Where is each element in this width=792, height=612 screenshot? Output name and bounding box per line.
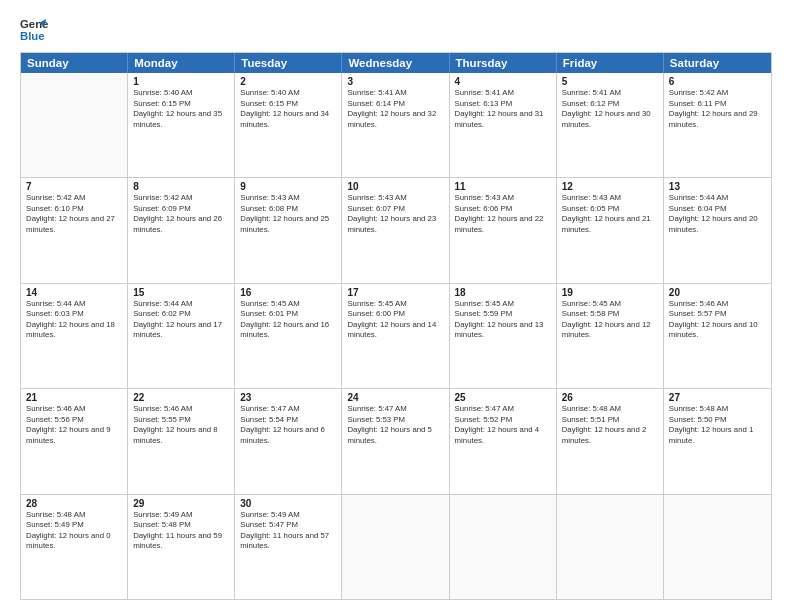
- day-cell-13: 13Sunrise: 5:44 AM Sunset: 6:04 PM Dayli…: [664, 178, 771, 282]
- day-info: Sunrise: 5:48 AM Sunset: 5:51 PM Dayligh…: [562, 404, 658, 446]
- day-info: Sunrise: 5:46 AM Sunset: 5:57 PM Dayligh…: [669, 299, 766, 341]
- day-cell-16: 16Sunrise: 5:45 AM Sunset: 6:01 PM Dayli…: [235, 284, 342, 388]
- day-number: 16: [240, 287, 336, 298]
- day-number: 30: [240, 498, 336, 509]
- day-cell-17: 17Sunrise: 5:45 AM Sunset: 6:00 PM Dayli…: [342, 284, 449, 388]
- day-info: Sunrise: 5:41 AM Sunset: 6:13 PM Dayligh…: [455, 88, 551, 130]
- day-number: 28: [26, 498, 122, 509]
- day-cell-26: 26Sunrise: 5:48 AM Sunset: 5:51 PM Dayli…: [557, 389, 664, 493]
- weekday-header-monday: Monday: [128, 53, 235, 73]
- day-number: 10: [347, 181, 443, 192]
- calendar: SundayMondayTuesdayWednesdayThursdayFrid…: [20, 52, 772, 600]
- weekday-header-saturday: Saturday: [664, 53, 771, 73]
- day-number: 24: [347, 392, 443, 403]
- day-cell-10: 10Sunrise: 5:43 AM Sunset: 6:07 PM Dayli…: [342, 178, 449, 282]
- day-number: 6: [669, 76, 766, 87]
- day-info: Sunrise: 5:47 AM Sunset: 5:52 PM Dayligh…: [455, 404, 551, 446]
- day-info: Sunrise: 5:43 AM Sunset: 6:08 PM Dayligh…: [240, 193, 336, 235]
- day-info: Sunrise: 5:45 AM Sunset: 6:00 PM Dayligh…: [347, 299, 443, 341]
- day-number: 18: [455, 287, 551, 298]
- header: General Blue: [20, 16, 772, 44]
- day-info: Sunrise: 5:42 AM Sunset: 6:10 PM Dayligh…: [26, 193, 122, 235]
- calendar-row-3: 21Sunrise: 5:46 AM Sunset: 5:56 PM Dayli…: [21, 388, 771, 493]
- empty-cell: [557, 495, 664, 599]
- day-number: 3: [347, 76, 443, 87]
- day-info: Sunrise: 5:40 AM Sunset: 6:15 PM Dayligh…: [240, 88, 336, 130]
- day-cell-1: 1Sunrise: 5:40 AM Sunset: 6:15 PM Daylig…: [128, 73, 235, 177]
- day-info: Sunrise: 5:48 AM Sunset: 5:49 PM Dayligh…: [26, 510, 122, 552]
- day-info: Sunrise: 5:45 AM Sunset: 5:58 PM Dayligh…: [562, 299, 658, 341]
- day-cell-25: 25Sunrise: 5:47 AM Sunset: 5:52 PM Dayli…: [450, 389, 557, 493]
- day-number: 21: [26, 392, 122, 403]
- day-number: 12: [562, 181, 658, 192]
- day-info: Sunrise: 5:45 AM Sunset: 6:01 PM Dayligh…: [240, 299, 336, 341]
- day-info: Sunrise: 5:45 AM Sunset: 5:59 PM Dayligh…: [455, 299, 551, 341]
- day-number: 23: [240, 392, 336, 403]
- day-info: Sunrise: 5:47 AM Sunset: 5:53 PM Dayligh…: [347, 404, 443, 446]
- weekday-header-tuesday: Tuesday: [235, 53, 342, 73]
- day-number: 22: [133, 392, 229, 403]
- day-number: 14: [26, 287, 122, 298]
- empty-cell: [342, 495, 449, 599]
- svg-text:Blue: Blue: [20, 30, 45, 42]
- day-cell-15: 15Sunrise: 5:44 AM Sunset: 6:02 PM Dayli…: [128, 284, 235, 388]
- day-cell-14: 14Sunrise: 5:44 AM Sunset: 6:03 PM Dayli…: [21, 284, 128, 388]
- day-cell-9: 9Sunrise: 5:43 AM Sunset: 6:08 PM Daylig…: [235, 178, 342, 282]
- calendar-row-1: 7Sunrise: 5:42 AM Sunset: 6:10 PM Daylig…: [21, 177, 771, 282]
- day-number: 19: [562, 287, 658, 298]
- day-cell-20: 20Sunrise: 5:46 AM Sunset: 5:57 PM Dayli…: [664, 284, 771, 388]
- day-info: Sunrise: 5:42 AM Sunset: 6:11 PM Dayligh…: [669, 88, 766, 130]
- day-info: Sunrise: 5:47 AM Sunset: 5:54 PM Dayligh…: [240, 404, 336, 446]
- day-number: 5: [562, 76, 658, 87]
- day-cell-22: 22Sunrise: 5:46 AM Sunset: 5:55 PM Dayli…: [128, 389, 235, 493]
- day-number: 9: [240, 181, 336, 192]
- day-info: Sunrise: 5:43 AM Sunset: 6:06 PM Dayligh…: [455, 193, 551, 235]
- day-cell-2: 2Sunrise: 5:40 AM Sunset: 6:15 PM Daylig…: [235, 73, 342, 177]
- day-info: Sunrise: 5:42 AM Sunset: 6:09 PM Dayligh…: [133, 193, 229, 235]
- weekday-header-thursday: Thursday: [450, 53, 557, 73]
- day-info: Sunrise: 5:41 AM Sunset: 6:12 PM Dayligh…: [562, 88, 658, 130]
- day-cell-30: 30Sunrise: 5:49 AM Sunset: 5:47 PM Dayli…: [235, 495, 342, 599]
- day-info: Sunrise: 5:48 AM Sunset: 5:50 PM Dayligh…: [669, 404, 766, 446]
- logo-icon: General Blue: [20, 16, 48, 44]
- day-number: 7: [26, 181, 122, 192]
- day-cell-7: 7Sunrise: 5:42 AM Sunset: 6:10 PM Daylig…: [21, 178, 128, 282]
- weekday-header-sunday: Sunday: [21, 53, 128, 73]
- day-cell-6: 6Sunrise: 5:42 AM Sunset: 6:11 PM Daylig…: [664, 73, 771, 177]
- day-cell-4: 4Sunrise: 5:41 AM Sunset: 6:13 PM Daylig…: [450, 73, 557, 177]
- day-cell-18: 18Sunrise: 5:45 AM Sunset: 5:59 PM Dayli…: [450, 284, 557, 388]
- day-info: Sunrise: 5:40 AM Sunset: 6:15 PM Dayligh…: [133, 88, 229, 130]
- calendar-header: SundayMondayTuesdayWednesdayThursdayFrid…: [21, 53, 771, 73]
- day-number: 17: [347, 287, 443, 298]
- day-cell-28: 28Sunrise: 5:48 AM Sunset: 5:49 PM Dayli…: [21, 495, 128, 599]
- day-cell-8: 8Sunrise: 5:42 AM Sunset: 6:09 PM Daylig…: [128, 178, 235, 282]
- empty-cell: [664, 495, 771, 599]
- day-cell-24: 24Sunrise: 5:47 AM Sunset: 5:53 PM Dayli…: [342, 389, 449, 493]
- calendar-row-4: 28Sunrise: 5:48 AM Sunset: 5:49 PM Dayli…: [21, 494, 771, 599]
- day-number: 29: [133, 498, 229, 509]
- day-number: 15: [133, 287, 229, 298]
- empty-cell: [21, 73, 128, 177]
- day-info: Sunrise: 5:49 AM Sunset: 5:48 PM Dayligh…: [133, 510, 229, 552]
- page: General Blue SundayMondayTuesdayWednesda…: [0, 0, 792, 612]
- day-cell-21: 21Sunrise: 5:46 AM Sunset: 5:56 PM Dayli…: [21, 389, 128, 493]
- weekday-header-wednesday: Wednesday: [342, 53, 449, 73]
- day-info: Sunrise: 5:44 AM Sunset: 6:02 PM Dayligh…: [133, 299, 229, 341]
- day-info: Sunrise: 5:46 AM Sunset: 5:55 PM Dayligh…: [133, 404, 229, 446]
- day-number: 11: [455, 181, 551, 192]
- day-number: 25: [455, 392, 551, 403]
- day-info: Sunrise: 5:43 AM Sunset: 6:05 PM Dayligh…: [562, 193, 658, 235]
- day-cell-27: 27Sunrise: 5:48 AM Sunset: 5:50 PM Dayli…: [664, 389, 771, 493]
- day-info: Sunrise: 5:44 AM Sunset: 6:03 PM Dayligh…: [26, 299, 122, 341]
- day-info: Sunrise: 5:49 AM Sunset: 5:47 PM Dayligh…: [240, 510, 336, 552]
- day-info: Sunrise: 5:46 AM Sunset: 5:56 PM Dayligh…: [26, 404, 122, 446]
- day-info: Sunrise: 5:41 AM Sunset: 6:14 PM Dayligh…: [347, 88, 443, 130]
- day-number: 27: [669, 392, 766, 403]
- day-number: 2: [240, 76, 336, 87]
- calendar-row-0: 1Sunrise: 5:40 AM Sunset: 6:15 PM Daylig…: [21, 73, 771, 177]
- day-cell-19: 19Sunrise: 5:45 AM Sunset: 5:58 PM Dayli…: [557, 284, 664, 388]
- day-cell-3: 3Sunrise: 5:41 AM Sunset: 6:14 PM Daylig…: [342, 73, 449, 177]
- day-number: 1: [133, 76, 229, 87]
- day-number: 8: [133, 181, 229, 192]
- day-number: 13: [669, 181, 766, 192]
